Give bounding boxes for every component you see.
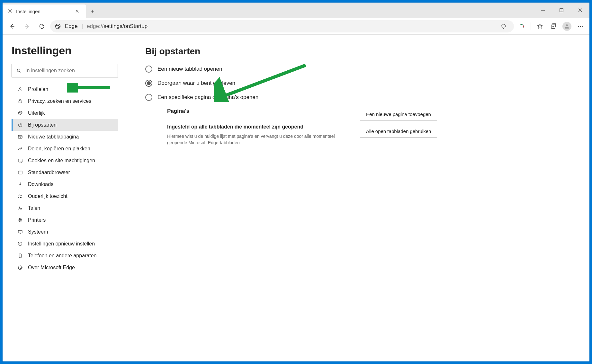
sidebar-item-5[interactable]: Delen, kopiëren en plakken xyxy=(12,143,118,155)
sidebar-nav-list: ProfielenPrivacy, zoeken en servicesUite… xyxy=(12,83,118,273)
sidebar-title: Instellingen xyxy=(12,44,118,57)
svg-rect-13 xyxy=(19,101,22,103)
profile-button[interactable] xyxy=(561,21,573,32)
sidebar-item-0[interactable]: Profielen xyxy=(12,83,118,95)
address-app-label: Edge xyxy=(65,23,78,30)
startup-radio-2[interactable]: Een specifieke pagina of pagina's openen xyxy=(145,94,573,101)
more-button[interactable] xyxy=(575,21,586,32)
sidebar-item-11[interactable]: Printers xyxy=(12,214,118,226)
url-scheme: edge:// xyxy=(87,23,103,29)
radio-label: Een specifieke pagina of pagina's openen xyxy=(157,94,258,101)
address-separator: | xyxy=(82,23,83,30)
sidebar-item-label: Talen xyxy=(28,205,40,211)
svg-point-21 xyxy=(19,195,20,196)
svg-point-11 xyxy=(17,69,20,72)
sidebar-item-10[interactable]: Talen xyxy=(12,202,118,214)
sidebar-item-2[interactable]: Uiterlijk xyxy=(12,107,118,119)
radio-icon xyxy=(145,80,152,87)
sidebar-item-label: Nieuwe tabbladpagina xyxy=(28,134,79,140)
content: Instellingen ProfielenPrivacy, zoeken en… xyxy=(3,35,589,361)
sidebar-item-label: Delen, kopiëren en plakken xyxy=(28,146,90,152)
search-input[interactable] xyxy=(25,68,113,74)
sidebar-item-label: Systeem xyxy=(28,229,48,235)
sidebar-item-label: Cookies en site machtigingen xyxy=(28,158,95,164)
startup-radio-0[interactable]: Een nieuw tabblad openen xyxy=(145,66,573,73)
favorites-button[interactable] xyxy=(534,21,546,32)
svg-point-10 xyxy=(582,26,583,27)
sidebar-item-label: Standaardbrowser xyxy=(28,170,70,175)
search-settings[interactable] xyxy=(12,64,118,77)
add-new-page-button[interactable]: Een nieuwe pagina toevoegen xyxy=(360,108,437,120)
sidebar-item-label: Bij opstarten xyxy=(28,122,57,128)
sidebar-item-1[interactable]: Privacy, zoeken en services xyxy=(12,95,118,107)
svg-rect-24 xyxy=(19,218,21,219)
close-window-button[interactable] xyxy=(571,3,589,18)
address-bar[interactable]: Edge | edge://settings/onStartup xyxy=(50,20,514,32)
collections-button[interactable] xyxy=(548,21,559,32)
search-icon xyxy=(16,68,22,73)
sidebar-item-9[interactable]: Ouderlijk toezicht xyxy=(12,190,118,202)
refresh-button[interactable] xyxy=(35,20,48,33)
system-icon xyxy=(17,229,23,235)
sidebar-item-8[interactable]: Downloads xyxy=(12,178,118,190)
cookie-icon xyxy=(17,157,23,164)
power-icon xyxy=(17,122,23,128)
settings-main: Bij opstarten Een nieuw tabblad openenDo… xyxy=(127,35,589,361)
edge-icon xyxy=(55,23,61,30)
palette-icon xyxy=(17,110,23,116)
tab-close-button[interactable] xyxy=(73,7,82,16)
sidebar-item-label: Downloads xyxy=(28,182,53,187)
lang-icon xyxy=(17,205,23,211)
use-all-tabs-button[interactable]: Alle open tabbladen gebruiken xyxy=(360,125,437,138)
extensions-button[interactable] xyxy=(516,21,527,32)
radio-icon xyxy=(145,94,152,101)
sidebar-item-13[interactable]: Instellingen opnieuw instellen xyxy=(12,238,118,250)
browser-icon xyxy=(17,169,23,176)
svg-point-22 xyxy=(21,195,22,196)
back-button[interactable] xyxy=(6,20,19,33)
page-heading: Bij opstarten xyxy=(145,46,573,57)
avatar-icon xyxy=(562,22,571,31)
svg-rect-3 xyxy=(520,24,524,28)
sidebar-item-label: Instellingen opnieuw instellen xyxy=(28,241,95,247)
gear-icon xyxy=(7,8,13,14)
svg-point-7 xyxy=(566,24,568,26)
svg-point-8 xyxy=(578,26,579,27)
svg-point-16 xyxy=(21,112,21,113)
minimize-button[interactable] xyxy=(534,3,552,18)
sidebar-item-label: Uiterlijk xyxy=(28,110,45,116)
sidebar-item-4[interactable]: Nieuwe tabbladpagina xyxy=(12,131,118,143)
sidebar-item-label: Over Microsoft Edge xyxy=(28,265,75,271)
sidebar-item-7[interactable]: Standaardbrowser xyxy=(12,166,118,178)
set-all-tabs-heading: Ingesteld op alle tabbladen die momentee… xyxy=(167,124,347,130)
svg-point-0 xyxy=(9,11,11,12)
browser-tab[interactable]: Instellingen xyxy=(3,4,86,18)
sidebar-item-label: Telefoon en andere apparaten xyxy=(28,253,97,259)
share-icon xyxy=(17,146,23,152)
sidebar-item-15[interactable]: Over Microsoft Edge xyxy=(12,262,118,273)
edge-icon xyxy=(17,264,23,271)
sidebar-item-6[interactable]: Cookies en site machtigingen xyxy=(12,155,118,166)
new-tab-button[interactable] xyxy=(86,4,99,18)
lock-icon xyxy=(17,98,23,104)
set-all-tabs-desc: Hiermee wist u de huidige lijst met pagi… xyxy=(167,133,347,146)
read-aloud-icon[interactable] xyxy=(498,21,509,32)
window-controls xyxy=(534,3,589,18)
svg-point-14 xyxy=(19,112,20,113)
sidebar-item-12[interactable]: Systeem xyxy=(12,226,118,238)
family-icon xyxy=(17,193,23,200)
sidebar-item-3[interactable]: Bij opstarten xyxy=(12,119,118,131)
svg-point-15 xyxy=(20,112,20,112)
person-icon xyxy=(17,86,23,93)
forward-button[interactable] xyxy=(21,20,33,33)
maximize-button[interactable] xyxy=(552,3,571,18)
sidebar-item-14[interactable]: Telefoon en andere apparaten xyxy=(12,250,118,262)
svg-rect-1 xyxy=(560,9,563,12)
startup-radio-1[interactable]: Doorgaan waar u bent gebleven xyxy=(145,80,573,87)
sidebar-item-label: Privacy, zoeken en services xyxy=(28,98,91,104)
window: Instellingen Edge | edge://settings/onSt… xyxy=(3,3,589,361)
settings-sidebar: Instellingen ProfielenPrivacy, zoeken en… xyxy=(3,35,127,361)
newtab-icon xyxy=(17,134,23,140)
pages-heading: Pagina's xyxy=(167,108,347,114)
specific-pages-section: Pagina's Ingesteld op alle tabbladen die… xyxy=(167,108,573,146)
